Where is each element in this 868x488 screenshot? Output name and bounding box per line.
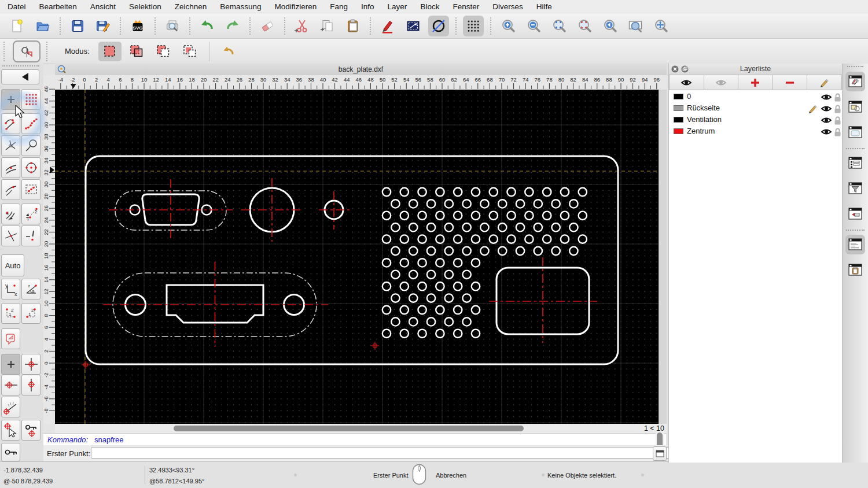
snap-middle-button[interactable] [1, 157, 20, 178]
layer-row[interactable]: 0 [669, 91, 842, 102]
dock-plugins-button[interactable] [845, 204, 865, 224]
dock-layer-list-button[interactable] [845, 72, 865, 91]
canvas-horizontal-scrollbar[interactable]: 1 < 10 [55, 424, 667, 433]
canvas-vertical-scrollbar[interactable] [659, 90, 667, 424]
delete-selected-button[interactable] [257, 16, 278, 36]
layer-row[interactable]: Rückseite [669, 102, 842, 114]
mode-revert-button[interactable] [217, 42, 240, 61]
relative-zero-vertical-button[interactable] [21, 375, 41, 395]
snap-auto-button[interactable]: Auto [1, 254, 24, 276]
mode-intersect-selection-button[interactable] [178, 42, 201, 61]
menu-bearbeiten[interactable]: Bearbeiten [39, 2, 77, 11]
coords-cartesian-button[interactable]: yx [1, 279, 20, 300]
zoom-in-button[interactable] [498, 16, 518, 36]
draw-order-button[interactable] [403, 16, 424, 36]
relative-zero-horizontal-button[interactable] [1, 375, 20, 395]
menu-modifizieren[interactable]: Modifizieren [275, 2, 317, 11]
grid-toggle-button[interactable] [463, 16, 484, 36]
layer-row[interactable]: Ventilation [669, 114, 842, 125]
first-point-input[interactable] [91, 447, 693, 459]
cut-button[interactable] [292, 16, 312, 36]
paste-button[interactable] [343, 16, 363, 36]
layer-row[interactable]: Zentrum [669, 125, 842, 137]
menu-block[interactable]: Block [420, 2, 439, 11]
restrict-orthogonal-button[interactable] [1, 204, 20, 224]
snap-center-button[interactable] [21, 157, 41, 178]
snap-distance-button[interactable] [1, 179, 20, 200]
lock-relative-zero-button[interactable] [21, 420, 41, 441]
layer-visibility-icon[interactable] [821, 127, 832, 138]
selection-tool-button[interactable] [13, 40, 41, 62]
zoom-window-button[interactable] [625, 16, 646, 36]
unlock-relative-zero-button[interactable] [1, 443, 20, 461]
menu-bemassung[interactable]: Bemassung [220, 2, 261, 11]
export-svg-button[interactable]: SVG [127, 16, 148, 36]
snap-free-button[interactable] [1, 89, 20, 110]
layer-color-swatch[interactable] [674, 117, 683, 123]
menu-datei[interactable]: Datei [8, 2, 26, 11]
edit-attributes-button[interactable] [377, 16, 398, 36]
copy-button[interactable] [317, 16, 338, 36]
select-region-button[interactable] [1, 328, 20, 349]
restrict-steps-button[interactable]: 12 [21, 204, 41, 224]
document-titlebar[interactable]: back_plate.dxf [55, 64, 667, 76]
dock-entity-list-button[interactable] [845, 153, 865, 173]
mode-subtract-selection-button[interactable] [152, 42, 175, 61]
dock-strip-handle[interactable] [847, 66, 863, 67]
defreeze-all-layers-button[interactable] [669, 75, 704, 90]
new-document-button[interactable] [7, 16, 28, 36]
menu-layer[interactable]: Layer [388, 2, 407, 11]
freeze-all-layers-button[interactable] [704, 75, 739, 90]
restrict-nothing-button[interactable] [1, 225, 20, 246]
save-document-button[interactable] [67, 16, 88, 36]
mode-new-selection-button[interactable] [98, 42, 122, 61]
undo-button[interactable] [197, 16, 218, 36]
command-options-button[interactable] [653, 446, 667, 461]
dock-filter-button[interactable] [845, 179, 865, 198]
snap-on-entity-button[interactable] [21, 135, 41, 156]
dock-command-button[interactable] [845, 235, 865, 254]
relative-coords-1-button[interactable]: 12 [1, 303, 20, 324]
menu-hilfe[interactable]: Hilfe [536, 2, 552, 11]
menu-diverses[interactable]: Diverses [492, 2, 523, 11]
open-document-button[interactable] [32, 16, 53, 36]
snap-warning-button[interactable] [21, 225, 41, 246]
redo-button[interactable] [222, 16, 243, 36]
modify-layer-button[interactable] [807, 75, 842, 90]
snap-entity-points-button[interactable] [21, 113, 41, 134]
zoom-auto-button[interactable] [549, 16, 569, 36]
menu-zeichnen[interactable]: Zeichnen [175, 2, 207, 11]
layer-panel-titlebar[interactable]: Layerliste [669, 64, 842, 75]
menu-info[interactable]: Info [361, 2, 374, 11]
zoom-out-button[interactable] [523, 16, 544, 36]
print-preview-button[interactable] [162, 16, 183, 36]
pick-relative-zero-button[interactable] [1, 420, 20, 441]
layer-color-swatch[interactable] [674, 105, 683, 111]
add-layer-button[interactable] [738, 75, 773, 90]
layer-color-swatch[interactable] [674, 128, 683, 134]
dock-block-list-button[interactable] [845, 97, 865, 117]
zoom-pan-button[interactable] [650, 16, 671, 36]
menu-fang[interactable]: Fang [330, 2, 348, 11]
relative-coords-2-button[interactable]: 12 [21, 303, 41, 324]
save-document-as-button[interactable] [93, 16, 113, 36]
set-relative-zero-button[interactable] [21, 354, 41, 375]
layer-lock-icon[interactable] [833, 127, 842, 139]
drawing-canvas[interactable] [55, 90, 659, 424]
palette-back-button[interactable] [1, 69, 39, 84]
mode-add-selection-button[interactable] [125, 42, 148, 61]
menu-fenster[interactable]: Fenster [453, 2, 479, 11]
angle-snap-button[interactable] [1, 397, 20, 417]
draft-mode-button[interactable] [428, 16, 449, 36]
layer-color-swatch[interactable] [674, 94, 683, 99]
menu-selektion[interactable]: Selektion [129, 2, 161, 11]
remove-layer-button[interactable] [773, 75, 808, 90]
snap-grid-points-button[interactable] [21, 179, 41, 200]
snap-intersection-button[interactable] [1, 135, 20, 156]
menu-ansicht[interactable]: Ansicht [90, 2, 116, 11]
zoom-previous-button[interactable] [599, 16, 620, 36]
zoom-selection-button[interactable] [574, 16, 595, 36]
dock-clipboard-button[interactable] [845, 260, 865, 280]
dock-library-button[interactable] [845, 123, 865, 142]
set-relative-zero-plus-button[interactable] [1, 354, 20, 375]
